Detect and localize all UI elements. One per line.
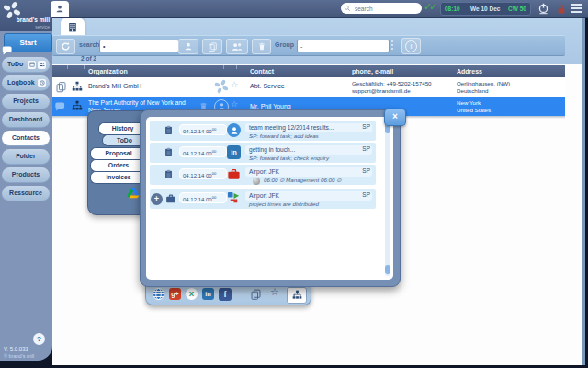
clock-chip: 08:10 We 10 Dec CW 50 bbox=[440, 2, 531, 16]
chat-bubble-icon[interactable] bbox=[1, 44, 15, 56]
xing-icon[interactable]: X bbox=[186, 288, 198, 300]
sidebar-item-folder[interactable]: Folder bbox=[2, 149, 50, 165]
chat-icon[interactable] bbox=[54, 100, 67, 112]
sidebar-item-todo[interactable]: ToDo bbox=[2, 57, 50, 73]
col-organization[interactable]: Organization bbox=[88, 68, 128, 75]
entry-date: 04.12.14 0000 bbox=[179, 168, 227, 179]
star-icon[interactable]: ☆ bbox=[231, 99, 238, 109]
col-phone-email[interactable]: phone, e-mail bbox=[352, 68, 393, 75]
search-icon bbox=[344, 5, 351, 12]
tab-person[interactable] bbox=[51, 1, 69, 17]
popup-content: 04.12.14 0000 team meeting 12/2014 resul… bbox=[146, 117, 393, 280]
people-icon bbox=[38, 61, 46, 69]
scrollbar-end[interactable] bbox=[385, 265, 390, 274]
org-tree-icon[interactable] bbox=[72, 81, 83, 92]
sidebar-item-contacts[interactable]: Contacts bbox=[2, 131, 50, 146]
col-contact[interactable]: Contact bbox=[250, 68, 274, 75]
power-icon[interactable] bbox=[537, 2, 549, 15]
web-globe-icon[interactable] bbox=[152, 287, 165, 301]
entry-badge: SP bbox=[362, 167, 370, 174]
star-icon[interactable]: ☆ bbox=[231, 80, 238, 89]
refresh-button[interactable] bbox=[56, 39, 75, 54]
pages-icon[interactable] bbox=[55, 81, 67, 93]
global-search-input[interactable] bbox=[353, 4, 421, 14]
brand-header: brand's mill service bbox=[0, 0, 52, 31]
date-display: We 10 Dec bbox=[470, 6, 500, 12]
record-count: 2 of 2 bbox=[81, 55, 96, 62]
col-address[interactable]: Address bbox=[457, 68, 482, 75]
building-icon bbox=[67, 21, 78, 33]
tab-proposal[interactable]: Proposal bbox=[90, 147, 146, 160]
googleplus-icon[interactable]: g+ bbox=[169, 288, 181, 300]
close-button[interactable]: × bbox=[384, 109, 406, 126]
tab-orders[interactable]: Orders bbox=[90, 159, 146, 172]
people-icon bbox=[232, 41, 243, 52]
linkedin-icon: in bbox=[227, 145, 241, 159]
address-line2: Deutschland bbox=[457, 87, 488, 94]
sidebar-item-logbook[interactable]: Logbook bbox=[2, 75, 50, 91]
global-search[interactable] bbox=[341, 3, 422, 14]
trash-icon bbox=[257, 41, 266, 52]
organization-button[interactable] bbox=[287, 287, 307, 304]
clipboard-icon bbox=[164, 146, 174, 158]
org-tree-icon[interactable] bbox=[72, 100, 83, 111]
organization-name: Brand's Mill GmbH bbox=[88, 83, 141, 89]
address-line1: New York bbox=[457, 99, 481, 106]
sidebar-item-dashboard[interactable]: Dashboard bbox=[2, 112, 50, 128]
entry-date: 04.12.14 0000 bbox=[179, 146, 227, 157]
copy-button[interactable] bbox=[202, 39, 222, 54]
brand-name: brand's mill bbox=[4, 17, 50, 23]
entry-date: 04.12.14 0000 bbox=[179, 124, 227, 135]
sidebar-item-projects[interactable]: Projects bbox=[2, 94, 50, 109]
info-icon: i bbox=[405, 40, 417, 52]
person-avatar-icon bbox=[227, 123, 241, 137]
todo-entry[interactable]: 04.12.14 0000 Airport JFK 06:00 ⊙ Manage… bbox=[150, 165, 376, 185]
popup-scrollbar[interactable] bbox=[385, 119, 390, 276]
person-icon bbox=[55, 4, 64, 14]
todo-entry[interactable]: 04.12.14 0000 in getting in touch... SP:… bbox=[150, 143, 376, 163]
tab-invoices[interactable]: Invoices bbox=[90, 171, 146, 184]
add-contact-button[interactable] bbox=[178, 39, 198, 54]
lock-icon[interactable] bbox=[556, 3, 567, 15]
sidebar-item-products[interactable]: Products bbox=[2, 167, 50, 183]
facebook-icon[interactable]: f bbox=[219, 288, 232, 301]
table-header: Organization Contact phone, e-mail Addre… bbox=[52, 65, 565, 77]
entry-subtitle: project times are distributed bbox=[249, 201, 319, 207]
clock-icon bbox=[38, 79, 46, 87]
group-input[interactable] bbox=[297, 40, 390, 52]
entry-subtitle: SP: forward task; check enquiry bbox=[249, 155, 329, 161]
todo-popup: 04.12.14 0000 team meeting 12/2014 resul… bbox=[140, 109, 401, 287]
table-row[interactable]: Brand's Mill GmbH ☆ Abt. Service Geschäf… bbox=[52, 77, 565, 98]
copyright-label: © brand's mill bbox=[4, 353, 34, 359]
tab-organizations[interactable] bbox=[61, 18, 85, 35]
todo-entry[interactable]: 04.12.14 0000 team meeting 12/2014 resul… bbox=[150, 121, 376, 141]
help-button[interactable]: ? bbox=[33, 333, 45, 345]
star-icon[interactable]: ☆ bbox=[270, 286, 279, 298]
add-entry-button[interactable]: + bbox=[151, 193, 163, 205]
entry-subtitle: SP: forward task; add ideas bbox=[249, 132, 319, 139]
entry-title: team meeting 12/2014 results... bbox=[245, 123, 372, 132]
entry-title: getting in touch... bbox=[245, 145, 372, 155]
entry-title: Airport JFK bbox=[245, 167, 372, 177]
time-display: 08:10 bbox=[445, 6, 460, 12]
contact-name: Abt. Service bbox=[250, 83, 285, 89]
sidebar-item-ressource[interactable]: Ressource bbox=[2, 186, 50, 201]
menu-hamburger-icon[interactable] bbox=[571, 4, 582, 13]
app-window: brand's mill service ✓✓ 08:10 We 10 Dec … bbox=[0, 0, 588, 368]
address-line2: United States bbox=[457, 107, 491, 113]
email-value: support@brandsmill.de bbox=[352, 87, 411, 94]
linkedin-icon[interactable]: in bbox=[202, 288, 214, 300]
google-drive-icon[interactable] bbox=[126, 187, 141, 201]
more-options-icon[interactable] bbox=[391, 40, 393, 42]
merge-contacts-button[interactable] bbox=[226, 39, 248, 54]
org-tree-icon bbox=[292, 290, 302, 300]
calendar-icon bbox=[28, 61, 36, 69]
distribute-icon bbox=[227, 191, 241, 205]
delete-button[interactable] bbox=[252, 39, 271, 54]
window-right-border bbox=[582, 17, 585, 365]
info-button[interactable]: i bbox=[401, 38, 421, 54]
entry-title: Airport JFK bbox=[245, 191, 372, 201]
pages-icon[interactable] bbox=[250, 288, 262, 301]
toolbar-search-input[interactable] bbox=[99, 40, 179, 52]
todo-entry[interactable]: + 04.12.14 0000 Airport JFK project time… bbox=[150, 189, 376, 209]
